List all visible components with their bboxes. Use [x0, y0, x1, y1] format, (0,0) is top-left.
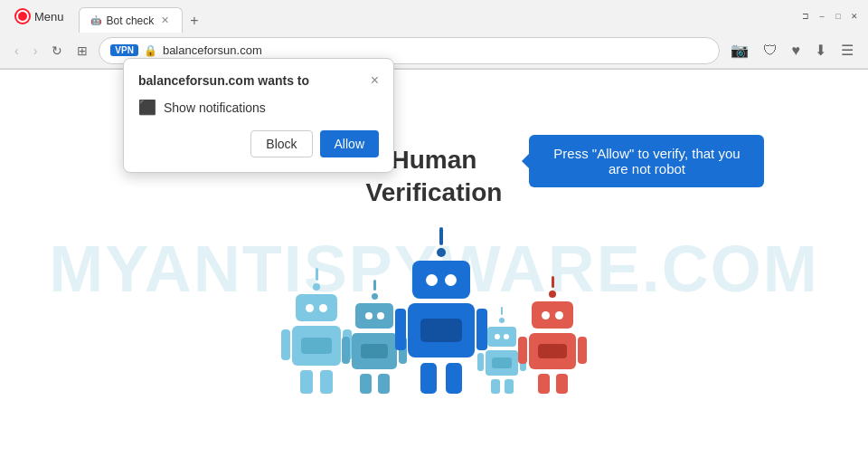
allow-tooltip: Press "Allow" to verify, that you are no…	[529, 135, 764, 187]
notification-label: Show notifications	[164, 100, 266, 115]
active-tab[interactable]: 🤖 Bot check ✕	[79, 7, 184, 33]
robot-2	[352, 280, 397, 394]
popup-title: balanceforsun.com wants to	[138, 73, 371, 88]
menu-button[interactable]: ☰	[837, 38, 857, 62]
reload-button[interactable]: ↻	[48, 40, 66, 62]
notification-popup: balanceforsun.com wants to × ⬛ Show noti…	[123, 58, 394, 173]
tab-close-btn[interactable]: ✕	[159, 13, 171, 28]
block-button[interactable]: Block	[250, 130, 312, 157]
popup-actions: Block Allow	[138, 130, 379, 157]
tab-title: Bot check	[107, 14, 155, 27]
maximize-button[interactable]: □	[832, 10, 844, 23]
robot-3	[408, 227, 475, 394]
heart-button[interactable]: ♥	[788, 39, 805, 62]
content-wrapper: Human Verification Press "Allow" to veri…	[292, 144, 576, 395]
menu-label: Menu	[34, 10, 64, 24]
secure-icon: 🔒	[144, 44, 157, 57]
tooltip-text: Press "Allow" to verify, that you are no…	[553, 146, 740, 176]
window-controls: ⊐ – □ ✕	[799, 10, 861, 23]
forward-button[interactable]: ›	[30, 40, 42, 62]
vpn-badge: VPN	[110, 44, 138, 56]
robot-4	[486, 307, 518, 394]
back-button[interactable]: ‹	[11, 40, 23, 62]
allow-button[interactable]: Allow	[320, 130, 379, 157]
opera-menu[interactable]: Menu	[7, 5, 71, 28]
download-button[interactable]: ⬇	[811, 38, 830, 62]
tabs-area: 🤖 Bot check ✕ +	[79, 0, 785, 33]
robots-row	[292, 227, 576, 394]
robot-5	[529, 276, 576, 394]
toolbar-right: 📷 🛡 ♥ ⬇ ☰	[727, 38, 858, 62]
close-button[interactable]: ✕	[848, 10, 861, 23]
grid-button[interactable]: ⊞	[73, 40, 91, 62]
camera-button[interactable]: 📷	[727, 38, 752, 62]
heading-line2: Verification	[366, 178, 503, 206]
popup-header: balanceforsun.com wants to ×	[138, 73, 379, 88]
url-text: balanceforsun.com	[163, 43, 708, 57]
heading-line1: Human	[392, 146, 477, 174]
snap-button[interactable]: ⊐	[799, 10, 812, 23]
notification-icon: ⬛	[138, 99, 156, 116]
new-tab-button[interactable]: +	[183, 9, 205, 33]
popup-close-button[interactable]: ×	[371, 73, 379, 88]
opera-icon	[14, 8, 31, 24]
popup-notification-row: ⬛ Show notifications	[138, 99, 379, 116]
title-bar: Menu 🤖 Bot check ✕ + ⊐ – □ ✕	[0, 0, 868, 33]
minimize-button[interactable]: –	[816, 10, 828, 23]
tab-favicon: 🤖	[90, 15, 101, 25]
shield-button[interactable]: 🛡	[760, 39, 781, 62]
robot-1	[292, 268, 341, 394]
